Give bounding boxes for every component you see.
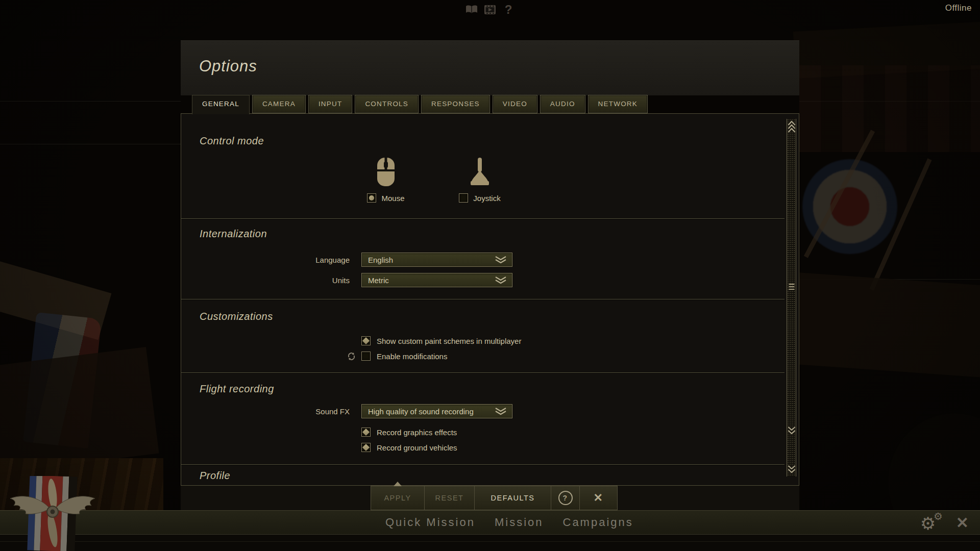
game-screen: ? Offline Options GENERAL CAMERA INPUT C… — [0, 0, 980, 551]
dialog-button-cluster: APPLY RESET DEFAULTS ? ✕ — [371, 486, 618, 510]
enable-mods-label: Enable modifications — [377, 352, 447, 361]
section-divider — [181, 299, 785, 299]
tab-input[interactable]: INPUT — [308, 95, 353, 113]
reset-button[interactable]: RESET — [425, 486, 475, 510]
connection-status: Offline — [945, 3, 972, 13]
settings-gear-icon[interactable]: ⚙ ⚙ — [920, 512, 943, 533]
chevron-down-icon — [494, 256, 508, 264]
joystick-checkbox[interactable] — [459, 193, 468, 203]
dialog-button-bar: APPLY RESET DEFAULTS ? ✕ — [181, 486, 799, 510]
section-heading-customizations: Customizations — [200, 311, 273, 322]
tab-responses[interactable]: RESPONSES — [421, 95, 490, 113]
active-button-notch — [394, 482, 402, 486]
apply-button[interactable]: APPLY — [371, 486, 425, 510]
tab-camera[interactable]: CAMERA — [252, 95, 306, 113]
chevron-down-icon — [494, 276, 508, 284]
mouse-checkbox[interactable] — [367, 193, 376, 203]
section-heading-flight-recording: Flight recording — [200, 383, 274, 395]
paint-schemes-checkbox[interactable] — [361, 336, 371, 345]
mouse-option-row[interactable]: Mouse — [367, 193, 404, 203]
reset-button-label: RESET — [435, 494, 464, 502]
bottom-footer — [0, 534, 980, 551]
soundfx-value: High quality of sound recording — [368, 407, 474, 416]
enable-mods-checkbox[interactable] — [361, 352, 371, 361]
tab-general[interactable]: GENERAL — [192, 95, 250, 114]
joystick-icon — [470, 158, 489, 186]
apply-button-label: APPLY — [384, 494, 411, 502]
units-value: Metric — [368, 276, 389, 285]
soundfx-label: Sound FX — [181, 407, 361, 416]
scrollbar-thumb-grip[interactable] — [789, 284, 794, 285]
defaults-button-label: DEFAULTS — [491, 494, 535, 502]
soundfx-dropdown[interactable]: High quality of sound recording — [361, 404, 512, 418]
mouse-icon — [376, 158, 396, 186]
exit-close-icon[interactable]: ✕ — [956, 514, 969, 532]
tab-controls[interactable]: CONTROLS — [355, 95, 419, 113]
close-icon: ✕ — [594, 491, 604, 505]
bottom-menu-bar: Quick Mission Mission Campaigns ⚙ ⚙ ✕ — [0, 510, 980, 534]
record-graphics-checkbox[interactable] — [361, 428, 371, 437]
section-divider — [181, 372, 785, 373]
scroll-up-arrows-icon[interactable] — [787, 120, 796, 133]
chevron-down-icon — [494, 407, 508, 415]
footer-line — [0, 541, 980, 542]
units-label: Units — [181, 276, 361, 285]
units-dropdown[interactable]: Metric — [361, 273, 512, 287]
tab-video[interactable]: VIDEO — [493, 95, 537, 113]
video-tutorial-icon[interactable] — [483, 4, 497, 16]
scroll-down-arrows-icon[interactable] — [787, 465, 796, 473]
section-heading-internalization: Internalization — [200, 228, 267, 240]
record-graphics-label: Record graphics effects — [377, 428, 457, 437]
bottom-menu-right: ⚙ ⚙ ✕ — [920, 511, 969, 534]
restart-required-icon — [347, 352, 356, 361]
language-value: English — [368, 256, 393, 264]
section-heading-profile: Profile — [200, 470, 230, 482]
mouse-label: Mouse — [381, 194, 404, 203]
scrollbar-thumb-end-icon[interactable] — [787, 426, 796, 435]
record-graphics-row: Record graphics effects — [361, 428, 457, 437]
dialog-title: Options — [199, 57, 257, 76]
help-icon[interactable]: ? — [502, 4, 515, 16]
question-circle-icon: ? — [558, 491, 573, 505]
section-divider — [181, 464, 785, 465]
help-button[interactable]: ? — [551, 486, 580, 510]
language-row: Language English — [181, 253, 512, 267]
record-vehicles-label: Record ground vehicles — [377, 443, 457, 452]
manual-book-icon[interactable] — [465, 4, 478, 16]
menu-mission[interactable]: Mission — [495, 516, 544, 529]
top-bar: ? Offline — [0, 0, 980, 20]
options-dialog: Options GENERAL CAMERA INPUT CONTROLS RE… — [181, 40, 799, 510]
winged-propeller-medal — [4, 476, 101, 551]
control-option-mouse: Mouse — [348, 158, 424, 203]
options-tabs: GENERAL CAMERA INPUT CONTROLS RESPONSES … — [192, 95, 648, 113]
defaults-button[interactable]: DEFAULTS — [475, 486, 551, 510]
language-label: Language — [181, 256, 361, 264]
paint-schemes-row: Show custom paint schemes in multiplayer — [361, 336, 521, 345]
record-vehicles-checkbox[interactable] — [361, 443, 371, 452]
menu-quick-mission[interactable]: Quick Mission — [385, 516, 475, 529]
close-button[interactable]: ✕ — [580, 486, 618, 510]
enable-mods-row: Enable modifications — [361, 352, 447, 361]
section-divider — [181, 218, 785, 219]
general-tab-panel: Control mode Mouse — [181, 113, 799, 486]
dialog-header: Options — [181, 40, 799, 95]
soundfx-row: Sound FX High quality of sound recording — [181, 404, 512, 418]
tab-network[interactable]: NETWORK — [588, 95, 648, 113]
bottom-menu-items: Quick Mission Mission Campaigns — [385, 511, 633, 534]
language-dropdown[interactable]: English — [361, 253, 512, 267]
panel-scrollbar[interactable] — [787, 119, 796, 477]
menu-campaigns[interactable]: Campaigns — [563, 516, 633, 529]
top-icon-group: ? — [465, 4, 515, 16]
joystick-label: Joystick — [473, 194, 500, 203]
joystick-option-row[interactable]: Joystick — [459, 193, 500, 203]
tab-audio[interactable]: AUDIO — [540, 95, 585, 113]
section-heading-control-mode: Control mode — [200, 135, 264, 147]
paint-schemes-label: Show custom paint schemes in multiplayer — [377, 337, 521, 345]
control-option-joystick: Joystick — [442, 158, 518, 203]
units-row: Units Metric — [181, 273, 512, 287]
record-vehicles-row: Record ground vehicles — [361, 443, 457, 452]
